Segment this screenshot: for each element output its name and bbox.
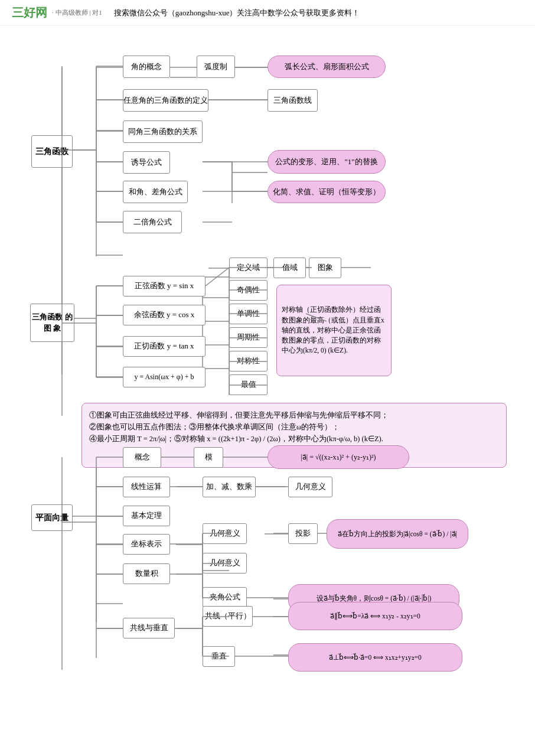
periodicity-box: 周期性 <box>229 327 268 348</box>
mindmap: 三角函数 三角函数 的 图 象 平面向量 角的概念 弧度制 弧长公式、扇形面积公… <box>19 32 516 717</box>
tan-func-box: 正切函数 y = tan x <box>123 336 205 357</box>
formula-transform-box: 公式的变形、逆用、"1"的替换 <box>268 150 386 174</box>
trig-images-label: 三角函数 的 图 象 <box>30 304 74 342</box>
coordinate-rep-box: 坐标表示 <box>123 534 170 555</box>
symmetry-note-box: 对称轴（正切函数除外）经过函数图象的最高（或低）点且垂直x轴的直线，对称中心是正… <box>276 285 392 376</box>
double-angle-box: 二倍角公式 <box>123 211 182 233</box>
simplify-box: 化简、求值、证明（恒等变形） <box>268 181 386 203</box>
modulus-box: 模 <box>194 447 223 468</box>
projection-box: 投影 <box>288 523 318 544</box>
angle-formula-box: 几何意义 <box>203 553 247 573</box>
angle-concept-box: 角的概念 <box>123 56 170 78</box>
logo-subtitle: · 中高级教师 | 对1 <box>52 8 102 17</box>
projection-formula-box: a⃗在b⃗方向上的投影为|a⃗|cosθ = (a⃗·b⃗) / |a⃗| <box>327 519 468 549</box>
cos-func-box: 余弦函数 y = cos x <box>123 305 205 325</box>
geometric-meaning2-box: 几何意义 <box>203 523 247 544</box>
arbitrary-angle-box: 任意角的三角函数的定义 <box>123 89 208 112</box>
general-func-box: y = Asin(ωx + φ) + b <box>123 367 205 387</box>
arc-system-box: 弧度制 <box>197 56 235 78</box>
graph-box: 图象 <box>309 258 341 278</box>
add-sub-scalar-box: 加、减、数乘 <box>203 477 256 497</box>
geometric-meaning-box: 几何意义 <box>288 477 332 497</box>
perpendicular-box: 垂直 <box>203 646 235 667</box>
range-box: 值域 <box>273 258 306 278</box>
basic-theorem-box: 基本定理 <box>123 506 170 526</box>
main-content: 三角函数 三角函数 的 图 象 平面向量 角的概念 弧度制 弧长公式、扇形面积公… <box>0 26 535 723</box>
induction-box: 诱导公式 <box>123 151 170 174</box>
dot-product-box: 数量积 <box>123 563 170 584</box>
angle-formula-label-box: 夹角公式 <box>203 587 247 608</box>
parity-box: 奇偶性 <box>229 280 268 301</box>
concept-box: 概念 <box>123 447 161 468</box>
linear-ops-box: 线性运算 <box>123 477 170 497</box>
logo-icon: 三好网 <box>12 5 47 21</box>
monotonicity-box: 单调性 <box>229 304 268 324</box>
sum-diff-box: 和角、差角公式 <box>123 181 188 203</box>
perp-formula-box: a⃗⊥b⃗⟺b⃗·a⃗=0 ⟺ x₁x₂+y₁y₂=0 <box>288 643 462 672</box>
collinear-perp-box: 共线与垂直 <box>123 618 175 638</box>
transform-note-text: ①图象可由正弦曲线经过平移、伸缩得到，但要注意先平移后伸缩与先伸缩后平移不同； <box>89 409 499 421</box>
symmetry-box: 对称性 <box>229 351 268 372</box>
domain-box: 定义域 <box>229 258 268 278</box>
cofunction-box: 同角三角函数的关系 <box>123 120 203 143</box>
svg-line-89 <box>205 268 229 286</box>
parallel-formula-box: a⃗∥b⃗⟺b⃗=λa⃗ ⟺ x₁y₂ - x₂y₁=0 <box>288 602 462 630</box>
plane-vectors-label: 平面向量 <box>31 504 73 531</box>
sin-func-box: 正弦函数 y = sin x <box>123 276 205 296</box>
collinear-box: 共线（平行） <box>203 606 253 627</box>
extremum-box: 最值 <box>229 374 268 395</box>
modulus-formula-box: |a⃗| = √((x₂-x₁)² + (y₂-y₁)²) <box>268 445 409 469</box>
trig-line-box: 三角函数线 <box>268 89 318 112</box>
header: 三好网 · 中高级教师 | 对1 搜索微信公众号（gaozhongshu-xue… <box>0 0 535 26</box>
trig-functions-label: 三角函数 <box>31 135 73 168</box>
arc-formula-box: 弧长公式、扇形面积公式 <box>268 56 386 78</box>
header-text: 搜索微信公众号（gaozhongshu-xue）关注高中数学公众号获取更多资料！ <box>114 8 360 18</box>
